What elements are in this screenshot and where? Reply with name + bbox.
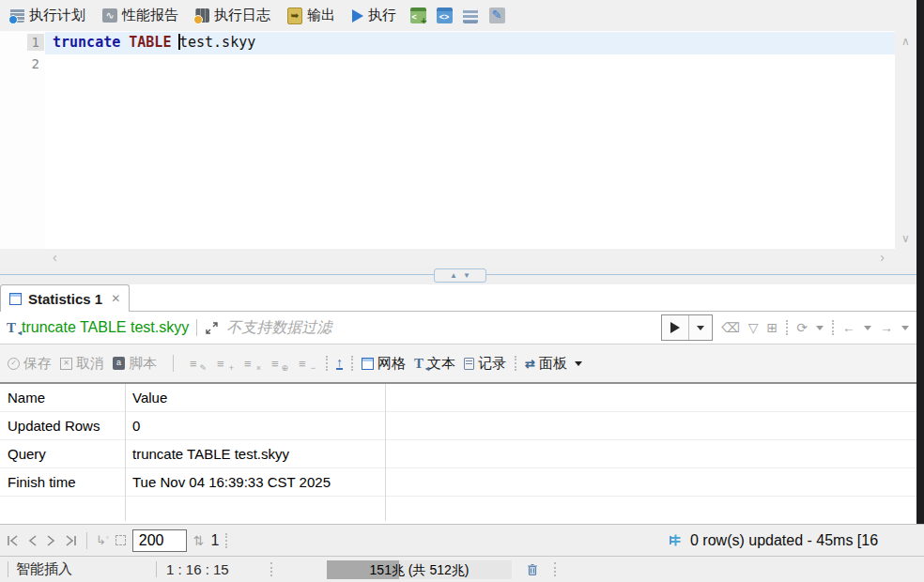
output-icon	[287, 8, 302, 24]
scroll-right-icon[interactable]	[880, 250, 885, 265]
sql-console-icon	[437, 8, 453, 23]
first-page-icon[interactable]	[6, 534, 20, 547]
sql-console-button[interactable]	[433, 4, 455, 28]
header-value[interactable]: Value	[125, 390, 385, 406]
filter-toolbar-right: ⌫ ▽ ⊞ ⟳ ← →	[661, 312, 909, 344]
output-button[interactable]: 输出	[281, 3, 342, 28]
fetch-next-segment-icon[interactable]: ▫	[96, 533, 109, 547]
dbeaver-window: 执行计划 性能报告 执行日志 输出 执行 1 2 truncate TABLE …	[0, 0, 924, 582]
execution-log-button[interactable]: 执行日志	[189, 3, 277, 28]
add-row-icon[interactable]: +	[217, 357, 236, 371]
pagination-bar: ▫ 1 0 row(s) updated - 45ms [16	[0, 524, 924, 556]
column-divider[interactable]	[125, 384, 126, 521]
status-bar: 智能插入 1 : 16 : 15 151兆 (共 512兆)	[0, 556, 924, 582]
new-sql-editor-button[interactable]	[407, 4, 429, 28]
chevron-down-icon[interactable]	[901, 326, 909, 330]
collapse-up-icon[interactable]	[450, 272, 457, 280]
table-row-empty[interactable]	[0, 497, 916, 525]
fetch-size-input[interactable]	[132, 529, 187, 552]
back-arrow-icon[interactable]: ←	[842, 321, 855, 334]
log-document-button[interactable]	[459, 4, 482, 28]
log-document-icon	[463, 8, 478, 23]
new-sql-editor-icon	[410, 8, 426, 23]
run-icon	[352, 9, 363, 23]
run-button[interactable]: 执行	[346, 3, 403, 28]
previous-page-icon[interactable]	[26, 534, 38, 547]
statistics-table: Name Value Updated Rows 0 Query truncate…	[0, 382, 916, 526]
trash-icon	[526, 562, 539, 577]
next-page-icon[interactable]	[45, 534, 57, 547]
chevron-down-icon[interactable]	[697, 326, 704, 330]
execution-plan-button[interactable]: 执行计划	[4, 3, 92, 28]
last-page-icon[interactable]	[64, 534, 78, 547]
separator	[351, 356, 353, 371]
splitter-grip[interactable]	[434, 268, 486, 283]
header-name[interactable]: Name	[0, 390, 125, 406]
grid-view-label: 网格	[377, 355, 406, 373]
play-icon[interactable]	[670, 322, 680, 333]
separator	[326, 356, 328, 371]
chevron-down-icon[interactable]	[864, 326, 871, 330]
eraser-icon[interactable]: ⌫	[721, 321, 740, 334]
page-number: 1	[210, 532, 219, 549]
sql-code-line[interactable]: truncate TABLE test.skyy	[53, 34, 255, 51]
close-icon[interactable]	[111, 292, 120, 305]
table-row[interactable]: Updated Rows 0	[0, 412, 916, 440]
edit-button[interactable]	[485, 4, 508, 28]
panels-button[interactable]: 面板	[525, 355, 582, 373]
delete-row-icon[interactable]: −	[299, 357, 317, 371]
filter-query-text[interactable]: truncate TABLE test.skyy	[22, 319, 189, 336]
panels-icon	[525, 357, 535, 371]
results-tab-bar: Statistics 1	[0, 284, 916, 312]
caret-position-indicator[interactable]: 1 : 16 : 15	[166, 557, 229, 582]
text-view-button[interactable]: 文本	[414, 355, 455, 373]
sql-datatype: TABLE	[129, 34, 179, 51]
cancel-button[interactable]: 取消	[60, 355, 104, 373]
column-divider[interactable]	[385, 384, 386, 521]
tab-statistics[interactable]: Statistics 1	[0, 284, 130, 312]
cancel-icon	[60, 358, 72, 370]
editor-results-splitter[interactable]	[0, 268, 916, 284]
save-button[interactable]: 保存	[8, 355, 52, 373]
import-data-icon[interactable]	[336, 357, 343, 370]
duplicate-row-icon[interactable]: ×	[244, 357, 263, 371]
copy-row-icon[interactable]: ⊕	[271, 357, 290, 371]
filter-funnel-icon[interactable]: ▽	[748, 321, 759, 334]
performance-report-button[interactable]: 性能报告	[96, 3, 185, 28]
insert-mode-indicator[interactable]: 智能插入	[16, 557, 72, 582]
refetch-icon[interactable]	[193, 533, 205, 548]
memory-gauge[interactable]: 151兆 (共 512兆)	[327, 560, 512, 579]
fetch-all-rows-icon[interactable]	[116, 535, 126, 545]
garbage-collect-button[interactable]	[526, 557, 539, 582]
collapse-down-icon[interactable]	[463, 272, 470, 280]
editor-vertical-scrollbar[interactable]	[895, 31, 916, 249]
record-view-button[interactable]: 记录	[464, 355, 506, 373]
scroll-down-icon[interactable]	[895, 232, 916, 245]
line-number-2: 2	[32, 56, 39, 71]
separator	[225, 533, 227, 548]
grid-settings-icon[interactable]: ⊞	[767, 321, 778, 334]
cell-value: 0	[125, 418, 385, 434]
edit-row-icon[interactable]: ✎	[190, 357, 208, 371]
separator	[688, 315, 689, 340]
forward-arrow-icon[interactable]: →	[880, 321, 893, 334]
script-button[interactable]: 脚本	[113, 355, 157, 373]
editor-horizontal-scrollbar[interactable]	[0, 249, 916, 268]
separator	[832, 320, 834, 335]
text-view-icon	[414, 356, 424, 372]
save-icon	[8, 358, 20, 370]
table-row[interactable]: Finish time Tue Nov 04 16:39:33 CST 2025	[0, 468, 916, 497]
chevron-down-icon[interactable]	[816, 326, 824, 330]
line-number-1: 1	[27, 34, 44, 51]
execution-log-icon	[195, 8, 209, 23]
cell-name: Query	[0, 446, 125, 462]
refresh-icon[interactable]: ⟳	[796, 321, 808, 334]
table-row[interactable]: Query truncate TABLE test.skyy	[0, 440, 916, 468]
separator	[173, 355, 174, 372]
expand-icon[interactable]	[205, 321, 219, 335]
scroll-left-icon[interactable]	[53, 250, 57, 265]
sql-editor[interactable]: 1 2 truncate TABLE test.skyy	[0, 31, 916, 249]
scroll-up-icon[interactable]	[895, 35, 916, 48]
grid-view-button[interactable]: 网格	[362, 355, 406, 373]
text-view-label: 文本	[427, 355, 455, 373]
